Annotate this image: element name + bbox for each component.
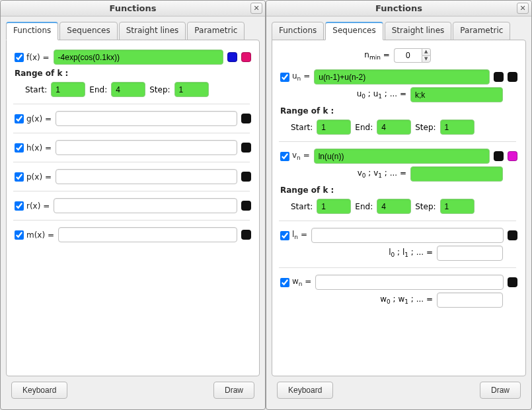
spin-up-icon[interactable]: ▲ [422, 48, 431, 55]
range-end-label: End: [355, 123, 373, 132]
function-label-f: f(x) = [26, 53, 50, 62]
window-body: Functions Sequences Straight lines Param… [266, 17, 531, 409]
enable-h-checkbox[interactable] [15, 143, 24, 153]
sequence-input-v[interactable] [314, 149, 490, 164]
range-end-input[interactable] [111, 82, 145, 97]
footer: Keyboard Draw [6, 376, 260, 404]
color-swatch-u1[interactable] [494, 72, 504, 82]
range-row-f: Start: End: Step: [25, 82, 251, 97]
range-start-input[interactable] [317, 199, 351, 214]
tab-straight-lines[interactable]: Straight lines [385, 22, 452, 40]
separator [279, 267, 516, 268]
color-swatch-r[interactable] [241, 201, 251, 211]
function-row-g: g(x) = [12, 111, 251, 126]
tab-straight-lines[interactable]: Straight lines [119, 22, 186, 40]
enable-u-checkbox[interactable] [280, 73, 289, 82]
init-label-u: u0 ; u1 ; ... = [357, 89, 406, 100]
init-input-l[interactable] [437, 246, 503, 261]
separator [13, 191, 250, 191]
init-label-l: l0 ; l1 ; ... = [389, 248, 433, 258]
enable-l-checkbox[interactable] [280, 231, 289, 240]
sequence-row-v: vn = [278, 149, 517, 164]
function-input-h[interactable] [56, 140, 237, 155]
spin-down-icon[interactable]: ▼ [422, 55, 431, 63]
function-row-r: r(x) = [12, 198, 251, 213]
color-swatch-l[interactable] [508, 230, 517, 240]
init-label-v: v0 ; v1 ; ... = [358, 168, 406, 179]
sequence-label-w: wn = [292, 277, 311, 287]
sequence-input-w[interactable] [315, 275, 504, 290]
range-step-input[interactable] [440, 120, 475, 135]
enable-f-checkbox[interactable] [15, 53, 24, 62]
tab-parametric[interactable]: Parametric [187, 22, 245, 40]
range-row-v: Start: End: Step: [291, 199, 517, 214]
enable-g-checkbox[interactable] [15, 114, 24, 123]
sequence-row-u: un = [278, 69, 517, 85]
draw-button[interactable]: Draw [213, 382, 254, 399]
range-step-label: Step: [149, 85, 170, 94]
color-swatch-h[interactable] [241, 143, 251, 153]
tab-functions[interactable]: Functions [272, 22, 324, 40]
tab-functions[interactable]: Functions [6, 22, 58, 40]
keyboard-button[interactable]: Keyboard [277, 382, 333, 399]
keyboard-button[interactable]: Keyboard [11, 382, 67, 399]
sequence-list[interactable]: nmin = ▲ ▼ un = [278, 47, 520, 370]
range-step-label: Step: [415, 123, 436, 132]
color-swatch-v2[interactable] [508, 151, 517, 161]
init-input-w[interactable] [437, 292, 503, 308]
range-step-label: Step: [415, 202, 436, 211]
tab-sequences[interactable]: Sequences [59, 22, 117, 40]
color-swatch-m[interactable] [241, 230, 251, 240]
range-step-input[interactable] [174, 82, 209, 97]
color-swatch-f2[interactable] [241, 52, 251, 62]
close-icon[interactable]: ✕ [250, 3, 262, 14]
function-row-p: p(x) = [12, 169, 251, 184]
function-input-p[interactable] [56, 169, 237, 184]
function-label-p: p(x) = [26, 172, 52, 182]
range-end-label: End: [89, 85, 107, 94]
function-input-f[interactable] [54, 50, 223, 65]
function-label-h: h(x) = [26, 143, 52, 153]
color-swatch-w[interactable] [508, 277, 517, 287]
color-swatch-v1[interactable] [494, 151, 504, 161]
tab-parametric[interactable]: Parametric [453, 22, 510, 40]
sequence-row-l: ln = [278, 228, 517, 243]
init-input-v[interactable] [410, 166, 503, 182]
range-label: Range of k : [15, 69, 251, 78]
titlebar: Functions ✕ [1, 1, 265, 17]
sequence-input-l[interactable] [311, 228, 504, 243]
range-end-input[interactable] [377, 120, 411, 135]
sequence-input-u[interactable] [314, 69, 490, 85]
color-swatch-p[interactable] [241, 172, 251, 182]
range-start-input[interactable] [51, 82, 85, 97]
nmin-row: nmin = ▲ ▼ [278, 48, 517, 63]
init-input-u[interactable] [410, 87, 503, 102]
color-swatch-u2[interactable] [508, 72, 517, 82]
range-step-input[interactable] [440, 199, 475, 214]
separator [279, 141, 516, 142]
titlebar: Functions ✕ [266, 1, 531, 17]
tab-sequences[interactable]: Sequences [325, 22, 383, 40]
range-end-input[interactable] [377, 199, 411, 214]
color-swatch-g[interactable] [241, 114, 251, 123]
window-title: Functions [109, 3, 156, 13]
function-input-g[interactable] [56, 111, 237, 126]
enable-p-checkbox[interactable] [15, 172, 24, 182]
enable-w-checkbox[interactable] [280, 278, 289, 287]
enable-m-checkbox[interactable] [15, 230, 24, 240]
close-icon[interactable]: ✕ [517, 3, 529, 14]
function-input-r[interactable] [54, 198, 237, 213]
draw-button[interactable]: Draw [480, 382, 521, 399]
range-start-input[interactable] [317, 120, 351, 135]
range-label-u: Range of k : [280, 106, 517, 116]
range-start-label: Start: [291, 123, 313, 132]
sequence-label-u: un = [292, 71, 310, 82]
enable-r-checkbox[interactable] [15, 201, 24, 211]
function-row-m: m(x) = [12, 227, 251, 242]
nmin-label: nmin = [364, 50, 389, 61]
function-input-m[interactable] [58, 227, 237, 242]
enable-v-checkbox[interactable] [280, 152, 289, 161]
nmin-input[interactable] [394, 48, 422, 63]
color-swatch-f1[interactable] [227, 52, 237, 62]
init-row-l: l0 ; l1 ; ... = [278, 246, 503, 261]
